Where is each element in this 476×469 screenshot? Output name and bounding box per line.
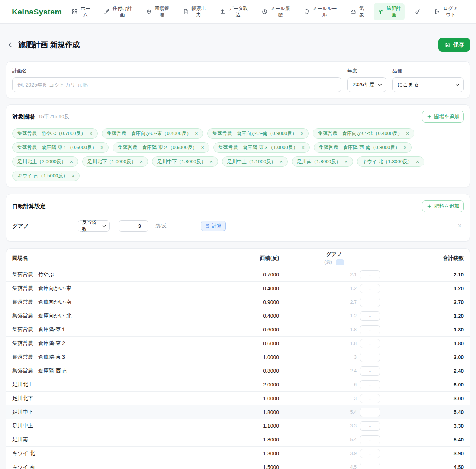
add-field-button-label: 圃場を追加 xyxy=(434,113,459,120)
total-bags-cell: 1.80 xyxy=(384,337,470,350)
key-icon xyxy=(415,9,421,15)
total-bags-cell: 2.70 xyxy=(384,295,470,309)
nav-item-mail-history[interactable]: メール履 歴 xyxy=(258,3,294,21)
year-select-value: 2026年度 xyxy=(353,81,374,88)
fertilizer-cell: 5.4 xyxy=(284,433,384,447)
fertilizer-override-input[interactable] xyxy=(360,380,380,389)
nav-item-label: ログア ウト xyxy=(443,6,458,18)
nav-item-home[interactable]: ホー ム xyxy=(68,3,94,21)
field-chip-label: 足川中上（1.1000反） xyxy=(227,158,276,165)
field-chip-label: 集落営農 倉庫隣-東２（0.6000反） xyxy=(118,144,197,151)
nav-item-mail-rules[interactable]: メールルー ル xyxy=(300,3,341,21)
chip-close-icon[interactable]: × xyxy=(210,159,213,164)
nav-item-label: 作付け計 画 xyxy=(113,6,132,18)
area-cell: 0.4000 xyxy=(203,309,284,323)
field-chip: 集落営農 倉庫隣-東２（0.6000反）× xyxy=(113,142,209,153)
fertilizer-override-input[interactable] xyxy=(360,270,380,279)
add-fertilizer-button-label: 肥料を追加 xyxy=(434,203,459,210)
back-button[interactable] xyxy=(6,41,15,49)
target-fields-summary: 15筆 /15.90反 xyxy=(38,113,69,120)
add-fertilizer-button[interactable]: 肥料を追加 xyxy=(422,200,464,212)
year-select[interactable]: 2026年度 xyxy=(347,77,386,92)
chip-close-icon[interactable]: × xyxy=(89,131,92,136)
approx-badge[interactable]: ≃ xyxy=(336,259,344,265)
fertilizer-override-input[interactable] xyxy=(360,311,380,321)
calculated-value: 6 xyxy=(354,382,357,387)
fertilizer-override-input[interactable] xyxy=(360,339,380,348)
field-chip: 集落営農 竹やぶ（0.7000反）× xyxy=(12,128,98,139)
fertilizer-override-input[interactable] xyxy=(360,449,380,458)
nav-item-report-output[interactable]: 帳票出 力 xyxy=(179,3,210,21)
grid-icon xyxy=(71,9,78,15)
fertilizer-cell: 1.8 xyxy=(284,337,384,350)
calculated-value: 1.8 xyxy=(350,327,357,332)
table-row: 集落営農 倉庫隣-西-南0.80002.42.40 xyxy=(6,364,470,378)
nav-item-field-management[interactable]: 圃場管 理 xyxy=(142,3,173,21)
fertilizer-override-input[interactable] xyxy=(360,408,380,417)
cloud-icon xyxy=(350,9,357,15)
table-row: 集落営農 倉庫隣-東２0.60001.81.80 xyxy=(6,337,470,350)
calculate-button[interactable]: 計算 xyxy=(201,221,226,231)
field-name-cell: 集落営農 倉庫隣-西-南 xyxy=(6,364,203,378)
table-row: 足川北下1.000033.00 xyxy=(6,392,470,405)
plan-name-field: 計画名 xyxy=(12,68,341,92)
chip-close-icon[interactable]: × xyxy=(280,159,283,164)
calc-mode-select[interactable]: 反当袋数 xyxy=(78,220,110,232)
fertilizer-cell: 1.2 xyxy=(284,309,384,323)
table-row: 足川北上2.000066.00 xyxy=(6,378,470,392)
chip-close-icon[interactable]: × xyxy=(195,131,198,136)
chip-close-icon[interactable]: × xyxy=(71,173,74,178)
fertilizer-override-input[interactable] xyxy=(360,366,380,376)
table-row: 足川中上1.10003.33.30 xyxy=(6,419,470,433)
chevron-down-icon xyxy=(102,223,107,229)
nav-item-weather[interactable]: 気 象 xyxy=(347,3,368,21)
chip-close-icon[interactable]: × xyxy=(140,159,143,164)
fertilizer-override-input[interactable] xyxy=(360,435,380,444)
fertilizer-override-input[interactable] xyxy=(360,421,380,431)
chip-close-icon[interactable]: × xyxy=(416,159,419,164)
fertilizer-override-input[interactable] xyxy=(360,298,380,307)
plan-name-input[interactable] xyxy=(12,77,341,92)
area-cell: 1.8000 xyxy=(203,405,284,419)
fertilizer-cell: 4.5 xyxy=(284,460,384,469)
area-cell: 0.8000 xyxy=(203,364,284,378)
chip-close-icon[interactable]: × xyxy=(70,159,73,164)
field-chip: 足川中上（1.1000反）× xyxy=(222,156,288,167)
target-fields-title: 対象圃場 xyxy=(12,113,35,120)
fertilizer-override-input[interactable] xyxy=(360,463,380,469)
chip-close-icon[interactable]: × xyxy=(406,131,409,136)
nav-item-fertilization-plan[interactable]: 施肥計 画 xyxy=(374,3,405,21)
chip-close-icon[interactable]: × xyxy=(345,159,348,164)
plus-icon xyxy=(427,114,432,119)
chip-close-icon[interactable]: × xyxy=(100,145,103,150)
table-row: 足川中下1.80005.45.40 xyxy=(6,405,470,419)
variety-select[interactable]: にこまる xyxy=(392,77,464,92)
calculated-value: 3 xyxy=(354,355,357,360)
chip-close-icon[interactable]: × xyxy=(403,145,406,150)
fertilizer-override-input[interactable] xyxy=(360,284,380,293)
brand-logo[interactable]: KeinaSystem xyxy=(12,7,62,16)
upload-icon xyxy=(219,9,226,15)
chip-close-icon[interactable]: × xyxy=(300,131,303,136)
field-name-cell: キウイ 南 xyxy=(6,460,203,469)
nav-item-password[interactable] xyxy=(411,6,425,17)
field-chip-label: 集落営農 倉庫向かい-北（0.4000反） xyxy=(318,130,402,137)
save-button[interactable]: 保存 xyxy=(438,38,470,52)
remove-fertilizer-icon[interactable]: × xyxy=(455,222,464,230)
sprout-icon xyxy=(377,9,384,15)
area-cell: 1.5000 xyxy=(203,460,284,469)
nav-item-data-import[interactable]: データ取 込 xyxy=(216,3,252,21)
fertilizer-override-input[interactable] xyxy=(360,353,380,362)
fertilizer-override-input[interactable] xyxy=(360,394,380,403)
calculator-icon xyxy=(205,224,210,229)
add-field-button[interactable]: 圃場を追加 xyxy=(422,111,464,123)
chip-close-icon[interactable]: × xyxy=(302,145,305,150)
amount-per-tan-input[interactable] xyxy=(119,220,148,232)
nav-item-planting-plan[interactable]: 作付け計 画 xyxy=(100,3,136,21)
fertilizer-cell: 6 xyxy=(284,378,384,392)
fertilizer-override-input[interactable] xyxy=(360,325,380,334)
field-chip-list: 集落営農 竹やぶ（0.7000反）×集落営農 倉庫向かい-東（0.4000反）×… xyxy=(12,128,464,181)
shield-icon xyxy=(303,9,310,15)
nav-item-logout[interactable]: ログア ウト xyxy=(431,3,462,21)
chip-close-icon[interactable]: × xyxy=(201,145,204,150)
